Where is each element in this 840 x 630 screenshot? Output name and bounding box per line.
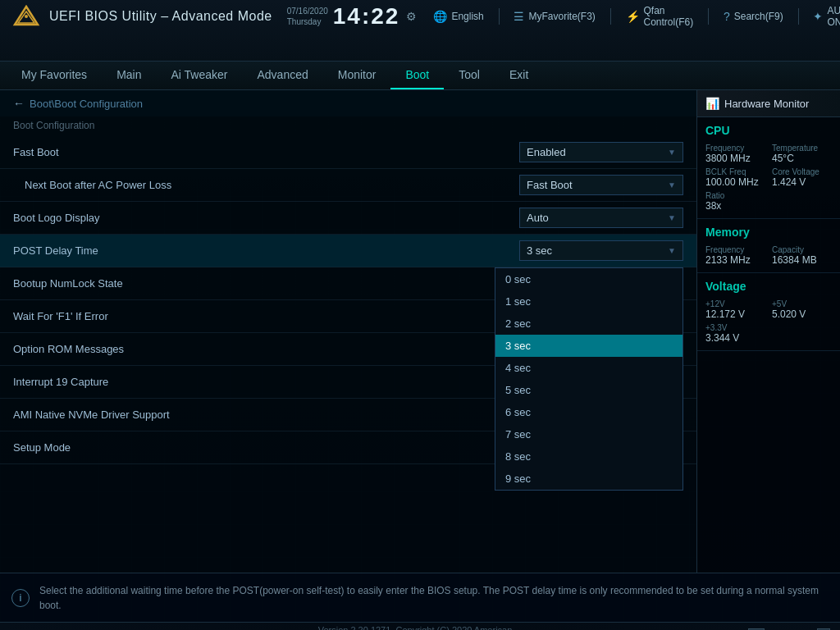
clock-display: 14:22: [333, 3, 400, 30]
v5-item: +5V 5.020 V: [772, 299, 832, 320]
nav-boot[interactable]: Boot: [390, 62, 444, 89]
language-label: English: [451, 11, 483, 22]
option-7-sec[interactable]: 7 sec: [495, 423, 682, 445]
footer-version: Version 2.20.1271. Copyright (C) 2020 Am…: [293, 625, 536, 631]
nav-tool[interactable]: Tool: [444, 62, 495, 89]
aura-button[interactable]: ✦ AURA ON/OFF(F4): [813, 5, 840, 28]
option-2-sec[interactable]: 2 sec: [495, 313, 682, 335]
boot-logo-row[interactable]: Boot Logo Display Auto ▼: [0, 202, 696, 235]
nav-ai-tweaker[interactable]: Ai Tweaker: [156, 62, 242, 89]
date-info: 07/16/2020 Thursday: [287, 6, 328, 27]
header: UEFI BIOS Utility – Advanced Mode 07/16/…: [0, 0, 840, 62]
left-panel: ← Boot\Boot Configuration Boot Configura…: [0, 90, 696, 573]
separator-3: [610, 8, 611, 25]
aura-label: AURA ON/OFF(F4): [827, 5, 840, 28]
breadcrumb: ← Boot\Boot Configuration: [0, 90, 696, 116]
right-panel: 📊 Hardware Monitor CPU Frequency 3800 MH…: [696, 90, 840, 573]
separator-2: [499, 8, 500, 25]
separator-5: [798, 8, 799, 25]
nav-monitor[interactable]: Monitor: [323, 62, 391, 89]
mem-freq-item: Frequency 2133 MHz: [705, 245, 765, 266]
nav-main[interactable]: Main: [102, 62, 156, 89]
qfan-button[interactable]: ⚡ Qfan Control(F6): [626, 5, 694, 28]
favorite-icon: ☰: [514, 10, 524, 23]
option-4-sec[interactable]: 4 sec: [495, 357, 682, 379]
option-5-sec[interactable]: 5 sec: [495, 379, 682, 401]
logo-area: UEFI BIOS Utility – Advanced Mode: [10, 3, 272, 30]
hw-monitor-title: Hardware Monitor: [724, 98, 809, 110]
option-6-sec[interactable]: 6 sec: [495, 401, 682, 423]
option-0-sec[interactable]: 0 sec: [495, 268, 682, 290]
language-selector[interactable]: 🌐 English: [433, 10, 483, 23]
fast-boot-row[interactable]: Fast Boot Enabled ▼: [0, 136, 696, 169]
fast-boot-arrow: ▼: [668, 148, 676, 157]
option-8-sec[interactable]: 8 sec: [495, 445, 682, 468]
breadcrumb-path: Boot\Boot Configuration: [30, 98, 143, 110]
nav-exit[interactable]: Exit: [495, 62, 543, 89]
date: 07/16/2020: [287, 6, 328, 16]
cpu-temp-label: Temperature 45°C: [772, 144, 832, 164]
fast-boot-label: Fast Boot: [13, 146, 519, 158]
header-controls: 🌐 English ☰ MyFavorite(F3) ⚡ Qfan Contro…: [433, 5, 840, 28]
memory-section: Memory Frequency 2133 MHz Capacity 16384…: [697, 219, 840, 273]
info-icon: i: [11, 589, 30, 607]
voltage-section: Voltage +12V 12.172 V +5V 5.020 V +3.3V …: [697, 273, 840, 351]
navigation-bar: My Favorites Main Ai Tweaker Advanced Mo…: [0, 62, 840, 90]
option-1-sec[interactable]: 1 sec: [495, 290, 682, 313]
v12-item: +12V 12.172 V: [705, 299, 765, 320]
qfan-label: Qfan Control(F6): [644, 5, 694, 28]
next-boot-ac-dropdown[interactable]: Fast Boot ▼: [519, 175, 683, 195]
search-button[interactable]: ? Search(F9): [724, 10, 783, 23]
v33-item: +3.3V 3.344 V: [705, 323, 765, 344]
cpu-section: CPU Frequency 3800 MHz Temperature 45°C …: [697, 117, 840, 219]
my-favorite-label: MyFavorite(F3): [528, 11, 595, 22]
nav-advanced[interactable]: Advanced: [242, 62, 322, 89]
clock-settings-icon[interactable]: ⚙: [406, 10, 417, 23]
boot-logo-label: Boot Logo Display: [13, 212, 519, 224]
cpu-freq-label: Frequency 3800 MHz: [705, 144, 765, 164]
fast-boot-dropdown[interactable]: Enabled ▼: [519, 142, 683, 162]
boot-logo-arrow: ▼: [668, 213, 676, 222]
cpu-core-voltage-label: Core Voltage 1.424 V: [772, 167, 832, 188]
memory-grid: Frequency 2133 MHz Capacity 16384 MB: [705, 245, 832, 266]
post-delay-value: 3 sec: [527, 244, 661, 257]
hw-monitor-header: 📊 Hardware Monitor: [697, 90, 840, 117]
main-layout: ← Boot\Boot Configuration Boot Configura…: [0, 90, 840, 573]
qfan-icon: ⚡: [626, 10, 640, 23]
boot-logo-value: Auto: [527, 212, 661, 224]
next-boot-ac-row[interactable]: Next Boot after AC Power Loss Fast Boot …: [0, 169, 696, 202]
cpu-bclk-label: BCLK Freq 100.00 MHz: [705, 167, 765, 188]
post-delay-options-list: 0 sec 1 sec 2 sec 3 sec 4 sec 5 sec 6 se…: [495, 267, 683, 491]
option-3-sec[interactable]: 3 sec: [495, 335, 682, 357]
cpu-section-title: CPU: [705, 124, 832, 137]
aura-icon: ✦: [813, 10, 823, 23]
separator-4: [708, 8, 709, 25]
my-favorite-button[interactable]: ☰ MyFavorite(F3): [514, 10, 595, 23]
clock-area: 07/16/2020 Thursday 14:22 ⚙: [287, 3, 418, 30]
footer: Version 2.20.1271. Copyright (C) 2020 Am…: [0, 622, 840, 630]
fast-boot-value: Enabled: [527, 146, 661, 158]
boot-logo-dropdown[interactable]: Auto ▼: [519, 208, 683, 228]
section-title: Boot Configuration: [0, 116, 696, 136]
svg-point-0: [25, 15, 28, 18]
settings-list: Fast Boot Enabled ▼ Next Boot after AC P…: [0, 136, 696, 573]
voltage-grid: +12V 12.172 V +5V 5.020 V +3.3V 3.344 V: [705, 299, 832, 344]
option-9-sec[interactable]: 9 sec: [495, 468, 682, 490]
language-icon: 🌐: [433, 10, 447, 23]
post-delay-arrow: ▼: [668, 246, 676, 255]
day: Thursday: [287, 16, 328, 27]
asus-logo-icon: [10, 3, 43, 30]
post-delay-label: POST Delay Time: [13, 244, 519, 257]
search-label: Search(F9): [734, 11, 783, 22]
breadcrumb-back-button[interactable]: ←: [13, 97, 25, 110]
nav-my-favorites[interactable]: My Favorites: [7, 62, 102, 89]
voltage-section-title: Voltage: [705, 280, 832, 293]
next-boot-ac-arrow: ▼: [668, 180, 676, 189]
next-boot-ac-label: Next Boot after AC Power Loss: [13, 179, 519, 191]
cpu-ratio-label: Ratio 38x: [705, 191, 765, 212]
post-delay-dropdown[interactable]: 3 sec ▼: [519, 240, 683, 261]
post-delay-row[interactable]: POST Delay Time 3 sec ▼ 0 sec 1 sec 2 se…: [0, 235, 696, 267]
cpu-grid: Frequency 3800 MHz Temperature 45°C BCLK…: [705, 144, 832, 212]
memory-section-title: Memory: [705, 226, 832, 239]
hw-monitor-icon: 📊: [705, 97, 719, 110]
